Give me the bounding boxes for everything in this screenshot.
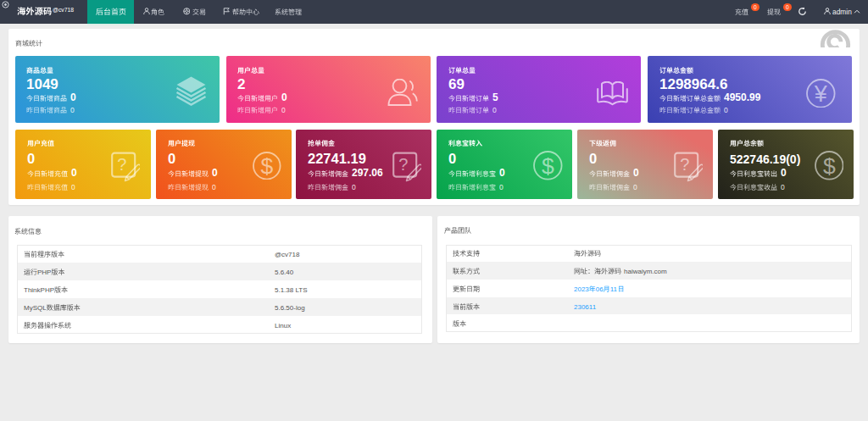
svg-text:0: 0 [724,106,728,114]
svg-text:¥: ¥ [814,80,828,106]
svg-text:06: 06 [596,285,604,293]
svg-text:0: 0 [754,4,757,10]
svg-text:2023: 2023 [574,285,589,293]
svg-text:0: 0 [71,183,75,191]
svg-text:0: 0 [212,183,216,191]
svg-text:0: 0 [781,183,785,191]
svg-text:230611: 230611 [574,303,597,311]
svg-text:ThinkPHP: ThinkPHP [24,286,54,294]
svg-text:?: ? [398,154,408,173]
svg-text:5.6.40: 5.6.40 [275,269,294,276]
svg-text:5: 5 [492,91,498,103]
svg-text:admin: admin [832,8,852,16]
svg-text:1298964.6: 1298964.6 [659,76,727,92]
svg-text:@cv718: @cv718 [275,251,300,258]
svg-text:MySQL: MySQL [24,304,47,312]
svg-text:0: 0 [492,106,497,114]
svg-text:0: 0 [212,167,218,179]
svg-text:0: 0 [499,167,505,179]
svg-text:0: 0 [352,183,356,191]
svg-text:11: 11 [610,285,618,293]
svg-text:0: 0 [70,91,76,103]
svg-text:522746.19(0): 522746.19(0) [730,152,800,166]
svg-text:1049: 1049 [26,76,58,92]
svg-text:0: 0 [781,167,787,179]
svg-text:$: $ [823,153,836,179]
svg-text:?: ? [118,154,127,173]
svg-text:69: 69 [448,76,465,92]
svg-text:0: 0 [168,151,175,166]
svg-text:297.06: 297.06 [352,167,383,179]
svg-text:0: 0 [71,167,77,179]
svg-text:0: 0 [633,167,639,179]
svg-text:$: $ [542,153,554,179]
svg-text:0: 0 [281,106,286,114]
svg-text:?: ? [680,154,689,173]
svg-text:0: 0 [281,91,287,103]
svg-text:0: 0 [499,183,504,191]
svg-text:22741.19: 22741.19 [308,151,366,166]
svg-text:4950.99: 4950.99 [724,91,761,103]
svg-text:0: 0 [448,151,456,166]
svg-text:0: 0 [633,183,637,191]
svg-text:0: 0 [27,151,35,166]
svg-text:2: 2 [237,76,245,92]
svg-text:@cv718: @cv718 [53,7,74,13]
svg-text:PHP: PHP [37,269,51,276]
svg-text:5.1.38 LTS: 5.1.38 LTS [275,286,308,294]
svg-text:5.6.50-log: 5.6.50-log [275,304,305,312]
svg-text:0: 0 [786,4,789,10]
svg-text:0: 0 [589,151,597,166]
svg-text:$: $ [261,153,274,179]
svg-text:0: 0 [70,106,75,114]
svg-text:Linux: Linux [275,322,291,330]
svg-text:haiwaiym.com: haiwaiym.com [624,268,667,275]
